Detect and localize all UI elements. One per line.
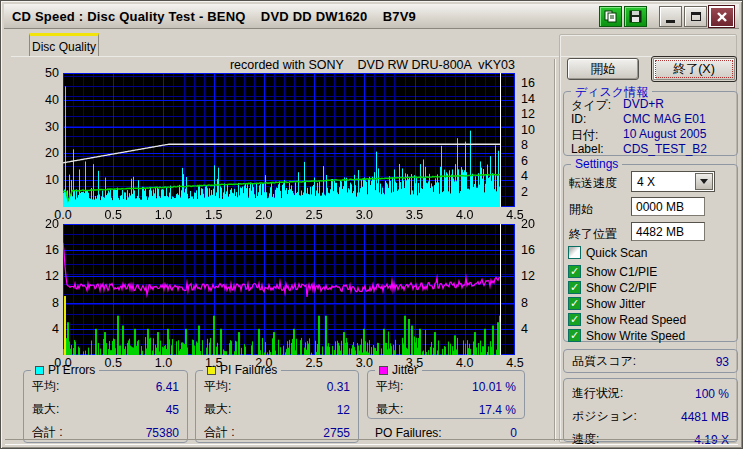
axis-tick-label: 50: [19, 67, 59, 80]
checkbox-label: Show C2/PIF: [586, 281, 657, 295]
axis-tick-label: 16: [521, 77, 549, 90]
max-label: 最大:: [376, 401, 403, 418]
checkbox-show-c1-pie[interactable]: ✓Show C1/PIE: [568, 264, 657, 279]
scan-end-label: 終了位置: [569, 226, 617, 243]
disc-label-value: CDS_TEST_B2: [623, 142, 707, 156]
checkbox-box[interactable]: ✓: [568, 281, 581, 294]
tab-disc-quality[interactable]: Disc Quality: [29, 33, 99, 57]
axis-tick-label: 2: [521, 186, 549, 199]
axis-tick-label: 3.0: [348, 209, 380, 222]
checkbox-show-read-speed[interactable]: ✓Show Read Speed: [568, 312, 686, 327]
recorded-with-label: recorded with SONY DVD RW DRU-800A vKY03: [181, 58, 515, 72]
checkbox-box[interactable]: [568, 246, 581, 259]
checkbox-box[interactable]: ✓: [568, 313, 581, 326]
quality-score-label: 品質スコア:: [572, 353, 636, 370]
pi-failures-jitter-chart: [63, 224, 515, 355]
total-label: 合計 :: [32, 424, 63, 441]
po-failures-row: PO Failures: 0: [367, 426, 525, 440]
quality-score-box: 品質スコア: 93: [563, 349, 738, 373]
close-icon[interactable]: [709, 6, 734, 27]
minimize-icon[interactable]: [659, 6, 682, 27]
save-icon[interactable]: [624, 6, 647, 27]
disc-id-label: ID:: [571, 112, 586, 126]
axis-tick-label: 20: [19, 218, 59, 231]
window-title: CD Speed : Disc Quality Test - BENQ DVD …: [4, 9, 416, 24]
axis-tick-label: 3.5: [399, 209, 431, 222]
axis-tick-label: 4: [19, 323, 59, 336]
axis-tick-label: 2.0: [248, 357, 280, 370]
titlebar[interactable]: CD Speed : Disc Quality Test - BENQ DVD …: [4, 4, 739, 29]
axis-tick-label: 16: [19, 244, 59, 257]
max-label: 最大:: [204, 401, 231, 418]
checkbox-show-write-speed[interactable]: ✓Show Write Speed: [568, 328, 685, 343]
disc-date-value: 10 August 2005: [623, 127, 706, 141]
po-failures-label: PO Failures:: [375, 426, 442, 440]
axis-tick-label: 3.0: [348, 357, 380, 370]
exit-button[interactable]: 終了(X): [651, 56, 737, 82]
total-label: 合計 :: [204, 424, 235, 441]
copy-icon[interactable]: [599, 6, 622, 27]
avg-label: 平均:: [204, 378, 231, 395]
checkbox-show-jitter[interactable]: ✓Show Jitter: [568, 296, 645, 311]
checkbox-label: Show Write Speed: [586, 329, 685, 343]
axis-tick-label: 10: [19, 174, 59, 187]
axis-tick-label: 0.0: [47, 357, 79, 370]
axis-tick-label: 4.0: [449, 357, 481, 370]
max-value: 45: [166, 403, 179, 417]
panel-divider: [554, 59, 556, 441]
axis-tick-label: 1.5: [198, 209, 230, 222]
checkbox-box[interactable]: ✓: [568, 265, 581, 278]
checkbox-box[interactable]: ✓: [568, 297, 581, 310]
axis-tick-label: 4: [521, 323, 549, 336]
checkbox-label: Show C1/PIE: [586, 265, 657, 279]
position-label: ポジション:: [572, 408, 637, 425]
axis-tick-label: 16: [521, 244, 549, 257]
disc-type-value: DVD+R: [623, 97, 664, 111]
axis-tick-label: 12: [521, 270, 549, 283]
avg-value: 0.31: [327, 380, 350, 394]
total-value: 2755: [323, 426, 350, 440]
avg-value: 6.41: [156, 380, 179, 394]
axis-tick-label: 3.5: [399, 357, 431, 370]
checkbox-box[interactable]: ✓: [568, 329, 581, 342]
jitter-swatch: [379, 366, 388, 375]
maximize-icon[interactable]: [684, 6, 707, 27]
pi-errors-chart: [63, 73, 515, 207]
axis-tick-label: 4.5: [499, 357, 531, 370]
axis-tick-label: 6: [521, 155, 549, 168]
axis-tick-label: 8: [521, 139, 549, 152]
checkbox-quick-scan[interactable]: Quick Scan: [568, 245, 647, 260]
axis-tick-label: 2.5: [298, 357, 330, 370]
avg-label: 平均:: [376, 378, 403, 395]
scan-end-input[interactable]: [631, 222, 705, 241]
axis-tick-label: 40: [19, 94, 59, 107]
axis-tick-label: 1.5: [198, 357, 230, 370]
axis-tick-label: 12: [19, 270, 59, 283]
start-button[interactable]: 開始: [567, 58, 639, 80]
max-value: 12: [337, 403, 350, 417]
axis-tick-label: 0.5: [97, 209, 129, 222]
progress-label: 進行状況:: [572, 385, 623, 402]
checkbox-label: Show Read Speed: [586, 313, 686, 327]
checkbox-show-c2-pif[interactable]: ✓Show C2/PIF: [568, 280, 657, 295]
checkbox-label: Quick Scan: [586, 246, 647, 260]
pi-errors-swatch: [35, 366, 44, 375]
pi-failures-group: PI Failures 平均:0.31 最大:12 合計 :2755: [195, 370, 359, 443]
axis-tick-label: 10: [521, 124, 549, 137]
axis-tick-label: 4: [521, 170, 549, 183]
speed-readout-label: 速度:: [572, 431, 599, 448]
speed-select[interactable]: 4 X: [631, 171, 715, 192]
quality-score-value: 93: [716, 355, 729, 369]
speed-label: 転送速度: [569, 175, 617, 192]
scan-start-input[interactable]: [631, 197, 705, 216]
axis-tick-label: 8: [19, 297, 59, 310]
axis-tick-label: 20: [19, 147, 59, 160]
pi-errors-group: PI Errors 平均:6.41 最大:45 合計 :75380: [23, 370, 188, 443]
chevron-down-icon[interactable]: [695, 173, 713, 190]
disc-id-value: CMC MAG E01: [623, 112, 706, 126]
jitter-group: Jitter 平均:10.01 % 最大:17.4 %: [367, 370, 525, 419]
app-window: CD Speed : Disc Quality Test - BENQ DVD …: [0, 0, 743, 449]
axis-tick-label: 0.5: [97, 357, 129, 370]
axis-tick-label: 4.0: [449, 209, 481, 222]
start-button-label: 開始: [591, 61, 616, 78]
